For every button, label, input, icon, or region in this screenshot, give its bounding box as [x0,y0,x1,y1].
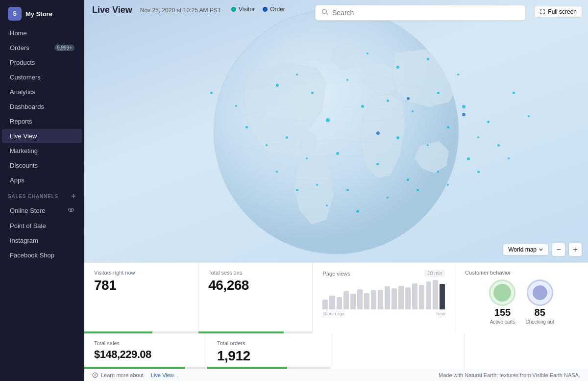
chart-bar [378,290,383,309]
sidebar-item-analytics[interactable]: Analytics [2,85,82,99]
sidebar-label-apps: Apps [10,177,24,184]
visitor-dot-map [427,144,429,146]
active-carts-circle [489,279,515,306]
map-controls: World map − + [503,243,582,256]
visitor-dot-map [326,118,330,122]
visitor-dot-map [376,163,379,165]
visitor-dot-map [396,136,399,139]
checking-out-circle [527,279,553,306]
stat-sales-label: Total sales [94,340,197,346]
active-carts-label: Active carts [490,319,515,325]
visitor-dot-map [210,92,213,94]
search-input[interactable] [332,9,519,17]
visitor-dot-map [316,184,318,186]
chart-bar [350,294,356,309]
active-carts-value: 155 [494,307,511,318]
stats-row-2: Total sales $148,229.08 Total orders 1,9… [84,333,588,369]
sidebar-item-facebook-shop[interactable]: Facebook Shop [2,248,82,262]
info-bar: Learn more about Live View. Made with Na… [84,369,588,381]
sidebar-item-customers[interactable]: Customers [2,70,82,84]
online-store-visibility-icon[interactable] [68,206,74,215]
sidebar-item-reports[interactable]: Reports [2,114,82,128]
sidebar-item-home[interactable]: Home [2,26,82,40]
sidebar-item-dashboards[interactable]: Dashboards [2,100,82,114]
visitor-dot-map [407,178,409,181]
stat-sales-bar-bg [84,367,207,369]
sidebar-label-home: Home [10,29,27,37]
stats-empty-spacer2 [465,333,588,369]
chart-bar [398,286,404,309]
svg-point-12 [95,374,96,374]
map-dropdown[interactable]: World map [503,244,549,255]
sidebar-channel-label-online-store: Online Store [10,207,45,214]
svg-point-2 [322,9,326,13]
svg-line-3 [326,13,328,15]
visitor-dot-map [508,157,510,159]
sales-channels-label: SALES CHANNELS [8,194,58,199]
checking-out-wrap: 85 Checking out [525,279,554,325]
visitor-dot-map [467,157,470,160]
visitor-dot-map [346,79,348,81]
stat-total-sales: Total sales $148,229.08 [84,333,207,369]
sidebar-label-discounts: Discounts [10,162,38,169]
sidebar-item-live-view[interactable]: Live View [2,129,82,143]
checking-out-value: 85 [535,307,545,318]
sidebar-label-customers: Customers [10,74,41,81]
visitor-dot-map [326,204,328,206]
live-view-link[interactable]: Live View [151,372,174,378]
visitor-dot-map [276,171,278,173]
order-dot-map [376,131,380,135]
chart-bar [426,281,431,309]
stat-visitors-label: Visitors right now [94,270,188,276]
sidebar-label-reports: Reports [10,118,32,125]
visitor-dot-map [336,152,339,155]
page-views-time-badge: 10 min [424,270,445,277]
chart-bar [337,297,342,309]
stat-sessions-label: Total sessions [208,270,302,276]
chart-bar [329,296,335,309]
map-visitor-dots [84,0,588,262]
sidebar-item-products[interactable]: Products [2,55,82,70]
behavior-label: Customer behavior [465,270,578,276]
stat-visitors-now: Visitors right now 781 [84,263,198,333]
sidebar-item-online-store[interactable]: Online Store [2,203,82,218]
sidebar-label-products: Products [10,59,35,66]
add-sales-channel-button[interactable]: + [71,192,76,201]
chart-bar [385,286,390,309]
chevron-down-icon [539,247,543,252]
chart-bar [412,283,417,309]
sidebar-item-instagram[interactable]: Instagram [2,233,82,248]
sidebar-channel-label-instagram: Instagram [10,237,38,244]
sidebar-item-orders[interactable]: Orders9,999+ [2,41,82,55]
visitor-dot-map [412,110,414,112]
visitor-dot-map [416,189,419,191]
info-bar-left: Learn more about Live View. [92,372,178,378]
stat-sales-value: $148,229.08 [94,348,197,361]
sidebar-nav: HomeOrders9,999+ProductsCustomersAnalyti… [0,25,84,188]
checking-out-inner [533,285,547,300]
chart-time-start: 10 min ago [322,311,344,316]
active-carts-inner [493,284,511,302]
visitor-dot-map [235,105,237,107]
info-credit: Made with Natural Earth; textures from V… [439,372,580,378]
page-views-chart [322,280,445,309]
chart-time-end: Now [436,311,445,316]
visitor-dot-map [528,115,530,117]
sidebar-label-orders: Orders [10,44,29,51]
sidebar-item-point-of-sale[interactable]: Point of Sale [2,219,82,233]
stat-page-views: Page views 10 min 10 min ago Now [313,263,455,333]
sidebar-item-apps[interactable]: Apps [2,173,82,187]
zoom-out-button[interactable]: − [552,243,565,256]
sidebar-label-dashboards: Dashboards [10,103,44,110]
visitor-dot-map [477,171,480,173]
zoom-in-button[interactable]: + [568,243,582,256]
stat-customer-behavior: Customer behavior 155 Active carts 85 [455,263,588,333]
info-text: Learn more about [101,372,144,378]
sidebar-item-marketing[interactable]: Marketing [2,144,82,158]
visitor-dot-map [437,171,439,173]
sidebar-channel-label-point-of-sale: Point of Sale [10,222,46,229]
sidebar-item-discounts[interactable]: Discounts [2,158,82,173]
globe-container [84,0,588,262]
visitor-dot-map [367,52,368,54]
visitor-dot-map [245,126,248,128]
